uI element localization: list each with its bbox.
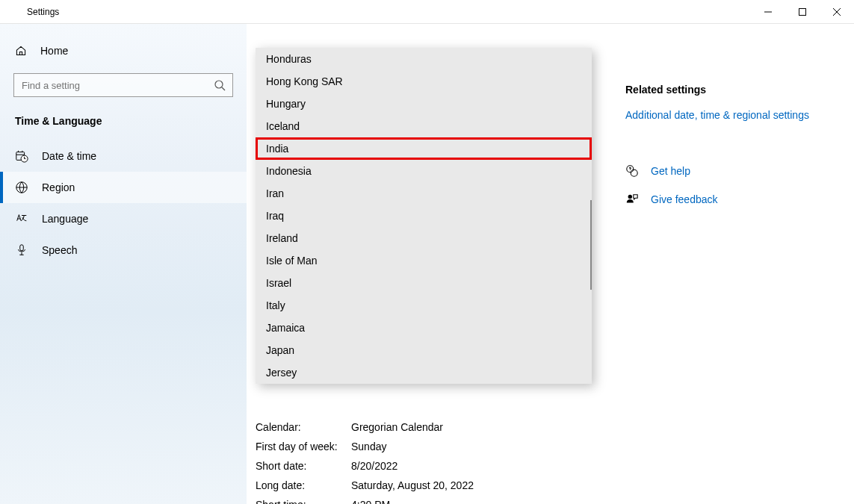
- close-button[interactable]: [820, 0, 854, 24]
- svg-rect-0: [799, 8, 806, 15]
- format-value: 4:20 PM: [351, 496, 390, 504]
- home-label: Home: [40, 45, 68, 57]
- related-pane: Related settings Additional date, time &…: [607, 24, 854, 504]
- format-label: Calendar:: [256, 418, 351, 438]
- calendar-clock-icon: [15, 149, 28, 163]
- region-option[interactable]: Isle of Man: [256, 249, 592, 272]
- region-dropdown[interactable]: HondurasHong Kong SARHungaryIcelandIndia…: [256, 48, 592, 384]
- regional-format-table: Calendar:Gregorian CalendarFirst day of …: [256, 418, 474, 504]
- nav-language[interactable]: Language: [0, 203, 247, 234]
- format-label: Long date:: [256, 476, 351, 496]
- minimize-button[interactable]: [751, 0, 785, 24]
- nav-label: Language: [42, 213, 88, 225]
- microphone-icon: [15, 243, 28, 257]
- nav-speech[interactable]: Speech: [0, 234, 247, 266]
- home-nav[interactable]: Home: [0, 37, 247, 64]
- nav-label: Date & time: [42, 150, 96, 162]
- svg-point-7: [631, 169, 637, 176]
- feedback-icon: [625, 193, 639, 206]
- nav-label: Speech: [42, 244, 77, 256]
- region-option[interactable]: Iran: [256, 182, 592, 205]
- format-label: Short time:: [256, 496, 351, 504]
- give-feedback-link[interactable]: Give feedback: [651, 193, 718, 205]
- get-help-icon: [625, 164, 639, 178]
- nav-label: Region: [42, 181, 75, 193]
- globe-icon: [15, 181, 28, 194]
- language-icon: [15, 212, 28, 225]
- format-value: Saturday, August 20, 2022: [351, 476, 474, 496]
- format-row: Short time:4:20 PM: [256, 496, 474, 504]
- region-option[interactable]: India: [256, 137, 592, 160]
- region-option[interactable]: Jamaica: [256, 317, 592, 339]
- svg-point-8: [628, 195, 632, 199]
- region-option[interactable]: Ireland: [256, 227, 592, 249]
- related-settings-heading: Related settings: [625, 84, 836, 96]
- format-row: First day of week:Sunday: [256, 438, 474, 457]
- region-option[interactable]: Iceland: [256, 115, 592, 137]
- region-option[interactable]: Italy: [256, 294, 592, 317]
- svg-rect-5: [20, 245, 24, 251]
- title-bar: Settings: [0, 0, 854, 24]
- region-option[interactable]: Hungary: [256, 93, 592, 115]
- nav-region[interactable]: Region: [0, 172, 247, 203]
- search-input[interactable]: [13, 73, 233, 97]
- format-value: Sunday: [351, 438, 386, 457]
- region-option[interactable]: Israel: [256, 272, 592, 294]
- window-title: Settings: [27, 7, 59, 17]
- svg-point-1: [215, 81, 223, 88]
- scrollbar-thumb[interactable]: [590, 200, 592, 290]
- region-option[interactable]: Indonesia: [256, 160, 592, 182]
- format-label: Short date:: [256, 457, 351, 476]
- nav-date-time[interactable]: Date & time: [0, 140, 247, 172]
- maximize-button[interactable]: [785, 0, 820, 24]
- format-row: Calendar:Gregorian Calendar: [256, 418, 474, 438]
- format-row: Long date:Saturday, August 20, 2022: [256, 476, 474, 496]
- get-help-link[interactable]: Get help: [651, 165, 690, 177]
- main-content: HondurasHong Kong SARHungaryIcelandIndia…: [247, 24, 607, 504]
- additional-settings-link[interactable]: Additional date, time & regional setting…: [625, 109, 836, 121]
- region-option[interactable]: Jersey: [256, 361, 592, 384]
- format-value: Gregorian Calendar: [351, 418, 443, 438]
- sidebar: Home Time & Language Date & time Region …: [0, 24, 247, 504]
- search-icon: [214, 79, 226, 91]
- region-option[interactable]: Japan: [256, 339, 592, 361]
- format-row: Short date:8/20/2022: [256, 457, 474, 476]
- region-option[interactable]: Iraq: [256, 205, 592, 227]
- format-value: 8/20/2022: [351, 457, 397, 476]
- region-option[interactable]: Honduras: [256, 48, 592, 70]
- sidebar-section-title: Time & Language: [0, 111, 247, 140]
- region-option[interactable]: Hong Kong SAR: [256, 70, 592, 93]
- format-label: First day of week:: [256, 438, 351, 457]
